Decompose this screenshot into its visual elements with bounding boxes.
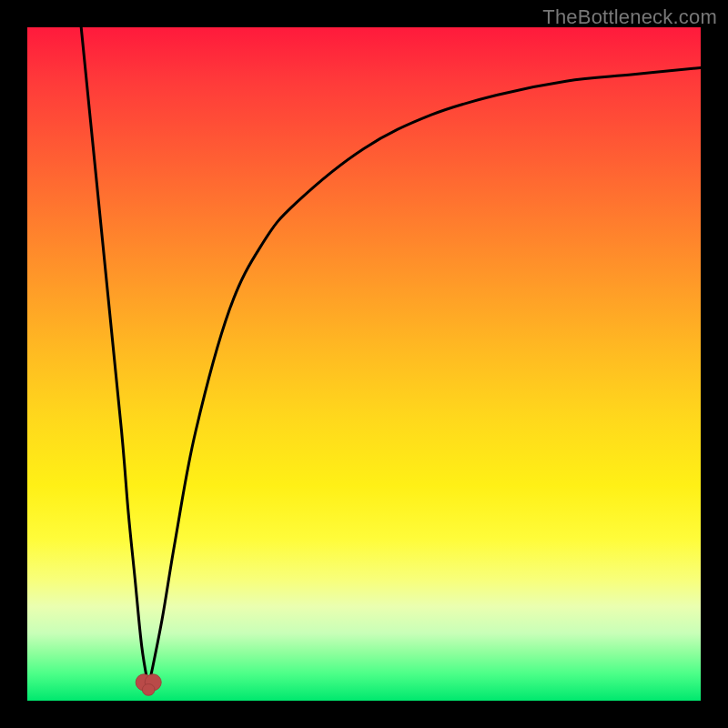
curve-right-branch (148, 67, 701, 687)
curve-layer (27, 27, 701, 701)
minimum-marker (136, 674, 161, 695)
plot-area (27, 27, 701, 701)
chart-frame: TheBottleneck.com (0, 0, 728, 728)
curve-left-branch (81, 27, 148, 687)
watermark-text: TheBottleneck.com (542, 5, 717, 29)
svg-rect-2 (142, 684, 155, 696)
